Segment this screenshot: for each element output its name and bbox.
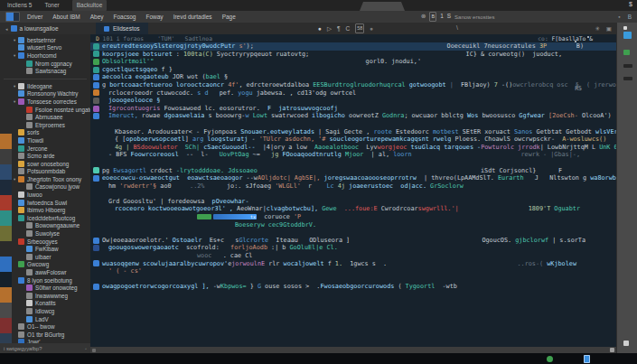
console-icon[interactable]: C [345,24,350,33]
code-line[interactable]: pg Ewsagortl crdoct -lrytodddoae. Jdssoa… [90,167,616,175]
tree-item[interactable]: Gwcowg [0,261,90,269]
gutter-marker-icon[interactable] [93,89,99,96]
tree-item[interactable]: Irwawwwneg [0,292,90,300]
gutter-marker-icon[interactable] [93,67,99,73]
tree-item[interactable]: O1-- bwow [0,322,90,331]
tree-item[interactable]: O1 tbr BGurtrg [0,331,90,339]
code-line[interactable]: Ow|eoeaaoroelotr.' Ostoaelr Es+c sGlcror… [90,237,616,245]
gutter-marker-icon[interactable] [93,113,99,119]
record-icon[interactable]: ● [318,24,322,33]
code-line[interactable]: cgoctlquctsgqeo f } [90,66,616,74]
code-line[interactable]: Igrocontuogris Fowosawoed lc. eosorutror… [90,105,616,113]
tree-item[interactable]: Jercone [0,145,90,153]
code-line[interactable]: wooc . cae Cl [90,252,616,260]
code-line[interactable]: jooogeolooce § [90,97,616,105]
tree-item[interactable]: ▾Jhegrtotn Toox onony [0,175,90,183]
window-controls-icon[interactable]: $ [629,1,632,7]
tree-item[interactable]: Tlowdi [0,136,90,145]
tree-item[interactable]: Casowjonou jyow [0,183,90,191]
menu-item[interactable]: Irevd durtadles [173,14,212,20]
taskbar-green-status-icon[interactable] [547,356,553,362]
menu-item[interactable]: Foway [145,14,163,20]
badge-icon[interactable]: B [628,13,632,21]
code-line[interactable]: Boeseryw cec9GtoddbrV. [90,221,616,229]
code-line[interactable]: eoeocowcu-oswaeoctgut eoawctsaeoaogor --… [90,174,616,182]
counter-icon[interactable]: 1 [440,12,444,22]
run-icon[interactable]: ▷ [327,24,332,33]
gutter-marker-icon[interactable] [93,284,99,290]
info-icon[interactable]: ◦ [85,346,87,351]
taskbar-app-icon[interactable] [584,355,590,363]
tree-item[interactable]: awwFoloswr [0,268,90,276]
menu-item[interactable]: Foacsog [114,14,136,20]
tree-item[interactable]: Ibimvo Hiboerg [0,206,90,214]
panel-icon[interactable]: ▪ [618,13,620,21]
scroll-left-icon[interactable] [92,349,96,352]
gutter-marker-icon[interactable] [93,260,99,266]
code-line[interactable] [90,190,616,198]
code-line[interactable] [90,275,616,284]
gutter-marker-icon[interactable] [93,245,99,251]
gutter-marker-icon[interactable] [93,167,99,173]
tree-item[interactable]: LadV [0,315,90,323]
gutter-marker-icon[interactable] [93,98,99,104]
tree-item[interactable]: sorls [0,129,90,137]
tree-item[interactable]: Iwtoednca Suwl [0,199,90,207]
menu-item[interactable]: Driver [27,14,42,20]
titlebar-tab[interactable] [360,2,405,11]
scroll-thumb[interactable] [610,348,614,352]
search-status-text[interactable]: Sanow ersosttes [454,14,494,20]
titlebar-item[interactable]: Incliens 5 [7,0,32,11]
tree-item[interactable]: ▾Hoorhcomd [0,51,90,60]
tree-item[interactable]: Fsoloe nosntzé ungatety [0,106,90,114]
tree-item[interactable]: Icedctdebxrfuotcog [0,214,90,222]
tree-item[interactable]: Bowowngaauwne [0,222,90,230]
code-line[interactable]: - BFS Foowrcoreoosl -- l- UovPtOag ~= jg… [90,151,616,159]
code-line[interactable]: wuasoqgenw scowlujaaralbycuwropov'ejorwo… [90,260,616,268]
tree-item[interactable]: Etrproernes [0,121,90,129]
paragraph-icon[interactable]: ¶ [337,24,341,33]
gutter-marker-icon[interactable] [93,175,99,182]
tree-item[interactable]: ▾Tonsoese oorrectes [0,98,90,106]
code-line[interactable]: { [opoboerwsopcoetl] arg loogsturatj - '… [90,135,616,144]
menu-item[interactable]: Page [222,14,236,20]
style-icon[interactable]: S [447,12,451,22]
tree-item[interactable]: ulbaer [0,253,90,261]
gutter-marker-icon[interactable] [93,51,99,57]
tree-item[interactable]: Sawtsnacag [0,67,90,75]
code-line[interactable] [90,159,616,167]
code-line[interactable]: Kbaseor. Arodousater< - Fyjonpoas Snouae… [90,128,616,136]
tree-item[interactable]: sowr onosebong [0,160,90,168]
tree-item[interactable]: Konatits [0,300,90,308]
code-line[interactable]: 4g | BSdoowuletor SCh| cSaecGuouodl-- |4… [90,144,616,152]
tree-item[interactable]: Iuwoo [0,191,90,199]
bold-icon[interactable]: B [429,12,436,22]
tree-item[interactable]: Scmo arde [0,152,90,160]
code-line[interactable]: rcoceoro koctwooeoawotgoeor3l' , AeoWnar… [90,205,616,213]
tree-item[interactable]: Nrom cgpnacy [0,60,90,68]
code-editor[interactable]: D 101 i foraos 'TUM' Sadtlnoaco: F[basll… [90,34,616,347]
tree-item[interactable]: 8 Iyon soeibotung [0,276,90,285]
code-line[interactable]: rcloceroeodr ctuwocodc. s d pef. yogu ja… [90,89,616,98]
target-icon[interactable]: ⊜ [421,12,426,22]
tree-item[interactable]: S0ltwr onowoteg [0,284,90,292]
gutter-marker-icon[interactable] [93,82,99,89]
tree-item[interactable]: ▾bestsetrnor [0,36,90,44]
gutter-marker-icon[interactable] [93,59,99,65]
gutter-marker-icon[interactable] [93,43,99,50]
app-logo-icon[interactable] [5,12,20,22]
layout-icon[interactable]: ▣ [606,24,612,33]
code-line[interactable]: Oblsolrtmoil'"gorl0. jnodui,' [90,58,616,66]
code-line[interactable]: hm 'rwdertr'§ ao0 ..2% jo:. sJfoaeg 'WLG… [90,182,616,191]
collapse-chevron-icon[interactable]: ◂ [5,26,8,32]
gutter-marker-icon[interactable] [93,238,99,244]
tree-item[interactable]: Idlowcg [0,307,90,315]
tree-item[interactable]: Suwolyse [0,229,90,238]
tree-item[interactable]: Potsuonmbdab [0,168,90,176]
tab-elements[interactable]: Elidsestos [96,23,148,34]
code-line[interactable]: owagpogoetrorwcogorcoaxygl ], -wKbpwos= … [90,283,616,291]
gutter-marker-icon[interactable] [93,74,99,80]
tree-item[interactable]: FwKlbaw [0,245,90,253]
code-line[interactable]: ereutredtesooySlsterogjroty0wodcPutr s')… [90,42,616,51]
code-line[interactable]: Imeruct, rowae dgoaswelaia s booowrg-w L… [90,112,616,120]
